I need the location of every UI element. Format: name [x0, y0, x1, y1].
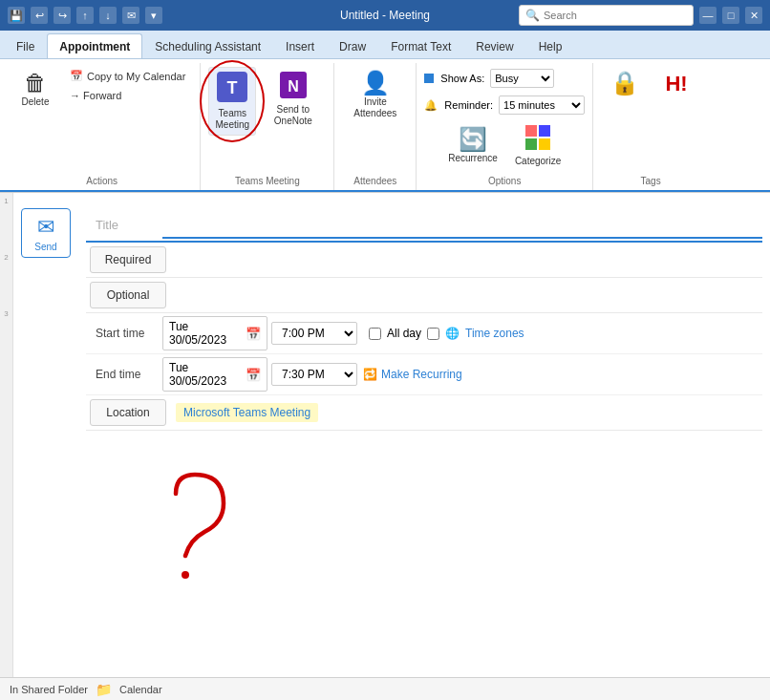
title-input[interactable]	[162, 210, 762, 239]
calendar-folder-icon: 📁	[96, 682, 112, 697]
end-date-input[interactable]: Tue 30/05/2023 📅	[162, 357, 267, 392]
calendar-copy-icon: 📅	[70, 70, 83, 82]
minimize-button[interactable]: —	[699, 7, 717, 24]
end-time-label: End time	[86, 362, 162, 387]
title-bar-left: 💾 ↩ ↪ ↑ ↓ ✉ ▾	[8, 7, 162, 24]
lock-icon: 🔒	[610, 72, 639, 95]
start-date-cal-icon: 📅	[246, 327, 261, 341]
copy-to-calendar-button[interactable]: 📅 Copy to My Calendar	[63, 67, 192, 85]
search-icon: 🔍	[525, 9, 540, 22]
delete-button[interactable]: 🗑 Delete	[11, 67, 59, 113]
ribbon-content: 🗑 Delete 📅 Copy to My Calendar → Forward…	[0, 59, 770, 192]
window-title: Untitled - Meeting	[340, 9, 430, 22]
tab-appointment[interactable]: Appointment	[47, 33, 142, 58]
recurrence-button[interactable]: 🔄 Recurrence	[441, 120, 504, 172]
left-strip: 1 2 3	[0, 193, 13, 700]
categorize-button[interactable]: Categorize	[508, 120, 567, 172]
optional-value	[170, 289, 762, 301]
show-as-row: Show As: Busy Free Tentative	[424, 67, 554, 90]
reminder-row: 🔔 Reminder: 15 minutes 5 minutes 30 minu…	[424, 94, 585, 117]
svg-rect-6	[525, 138, 537, 150]
tab-file[interactable]: File	[4, 33, 47, 58]
start-time-row: Start time Tue 30/05/2023 📅 7:00 PM 7:30…	[86, 313, 762, 354]
group-attendees: 👤 Invite Attendees Attendees	[334, 63, 417, 190]
teams-label: Teams Meeting	[235, 172, 300, 186]
reminder-bell-icon: 🔔	[424, 99, 438, 112]
start-time-label: Start time	[86, 321, 162, 346]
hi-icon: H!	[665, 72, 687, 96]
tab-format-text[interactable]: Format Text	[378, 33, 463, 58]
end-time-select[interactable]: 7:30 PM 8:00 PM	[271, 363, 357, 386]
make-recurring-button[interactable]: 🔁 Make Recurring	[357, 366, 468, 383]
title-bar: 💾 ↩ ↪ ↑ ↓ ✉ ▾ Untitled - Meeting 🔍 — □ ✕	[0, 0, 770, 31]
optional-button[interactable]: Optional	[90, 282, 166, 308]
onenote-button[interactable]: N Send to OneNote	[260, 67, 326, 132]
timezone-checkbox[interactable]	[427, 328, 439, 340]
send-button[interactable]: ✉ Send	[21, 208, 71, 258]
form-area: ✉ Send Title Required	[13, 193, 770, 700]
redo-icon[interactable]: ↪	[53, 7, 71, 24]
show-as-label: Show As:	[440, 73, 484, 84]
save-icon[interactable]: 💾	[8, 7, 25, 24]
tab-insert[interactable]: Insert	[273, 33, 327, 58]
location-text: Microsoft Teams Meeting	[176, 403, 318, 422]
send-icon: ✉	[37, 215, 54, 240]
svg-point-8	[182, 571, 189, 579]
globe-icon: 🌐	[445, 327, 460, 340]
invite-attendees-button[interactable]: 👤 Invite Attendees	[342, 67, 408, 124]
status-bar: In Shared Folder 📁 Calendar	[0, 677, 770, 700]
required-value	[170, 254, 762, 265]
recurrence-icon: 🔄	[459, 128, 487, 151]
teams-icon: T	[217, 72, 247, 106]
make-recurring-label: Make Recurring	[381, 368, 462, 381]
optional-row: Optional	[86, 278, 762, 313]
tab-bar: File Appointment Scheduling Assistant In…	[0, 31, 770, 59]
actions-buttons: 🗑 Delete 📅 Copy to My Calendar → Forward	[11, 63, 192, 172]
down-icon[interactable]: ↓	[99, 7, 117, 24]
group-options: Show As: Busy Free Tentative 🔔 Reminder:…	[417, 63, 593, 190]
tab-draw[interactable]: Draw	[327, 33, 378, 58]
location-button[interactable]: Location	[90, 399, 166, 426]
tags-label: Tags	[641, 172, 661, 186]
allday-section: All day 🌐 Time zones	[369, 327, 524, 340]
maximize-button[interactable]: □	[722, 7, 739, 24]
undo-icon[interactable]: ↩	[31, 7, 48, 24]
actions-label: Actions	[86, 172, 118, 186]
end-time-row: End time Tue 30/05/2023 📅 7:30 PM 8:00 P…	[86, 354, 762, 395]
allday-checkbox[interactable]	[369, 328, 381, 340]
start-date-value: Tue 30/05/2023	[169, 320, 242, 347]
strip-num-2: 2	[4, 253, 8, 262]
forward-button[interactable]: → Forward	[63, 87, 192, 104]
start-date-input[interactable]: Tue 30/05/2023 📅	[162, 316, 267, 350]
title-row: Title	[86, 208, 762, 243]
search-input[interactable]	[544, 10, 687, 21]
delete-icon: 🗑	[24, 72, 47, 95]
location-row: Location Microsoft Teams Meeting	[86, 395, 762, 431]
show-as-select[interactable]: Busy Free Tentative	[490, 69, 554, 88]
teams-meeting-button[interactable]: T TeamsMeeting	[208, 67, 256, 136]
hi-icon-btn[interactable]: H!	[652, 67, 700, 101]
body-area[interactable]	[13, 446, 770, 685]
search-bar[interactable]: 🔍	[519, 5, 694, 26]
svg-rect-5	[539, 125, 550, 137]
group-tags: 🔒 H! Tags	[593, 63, 708, 190]
required-button[interactable]: Required	[90, 246, 166, 273]
dropdown-icon[interactable]: ▾	[145, 7, 162, 24]
reminder-select[interactable]: 15 minutes 5 minutes 30 minutes	[499, 95, 585, 115]
up-icon[interactable]: ↑	[76, 7, 94, 24]
required-row: Required	[86, 243, 762, 278]
tags-buttons: 🔒 H!	[601, 63, 700, 172]
email-icon[interactable]: ✉	[122, 7, 139, 24]
start-time-select[interactable]: 7:00 PM 7:30 PM 8:00 PM	[271, 322, 357, 345]
tab-help[interactable]: Help	[526, 33, 575, 58]
timezones-label: Time zones	[465, 327, 524, 340]
group-teams: T TeamsMeeting N Send to O	[201, 63, 334, 190]
onenote-icon: N	[280, 72, 307, 102]
tab-review[interactable]: Review	[463, 33, 525, 58]
categorize-icon	[525, 125, 550, 154]
title-label: Title	[86, 212, 162, 238]
group-actions: 🗑 Delete 📅 Copy to My Calendar → Forward…	[4, 63, 201, 190]
close-button[interactable]: ✕	[745, 7, 762, 24]
lock-icon-btn[interactable]: 🔒	[601, 67, 649, 99]
tab-scheduling[interactable]: Scheduling Assistant	[142, 33, 273, 58]
